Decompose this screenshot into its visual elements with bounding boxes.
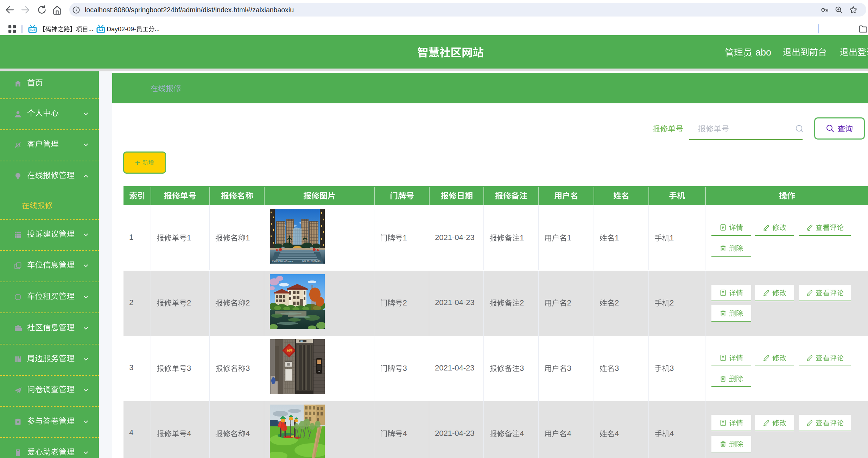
svg-text:NO.2015071436: NO.2015071436 xyxy=(302,260,320,263)
svg-text:XXW DMLMG.com: XXW DMLMG.com xyxy=(272,260,293,263)
